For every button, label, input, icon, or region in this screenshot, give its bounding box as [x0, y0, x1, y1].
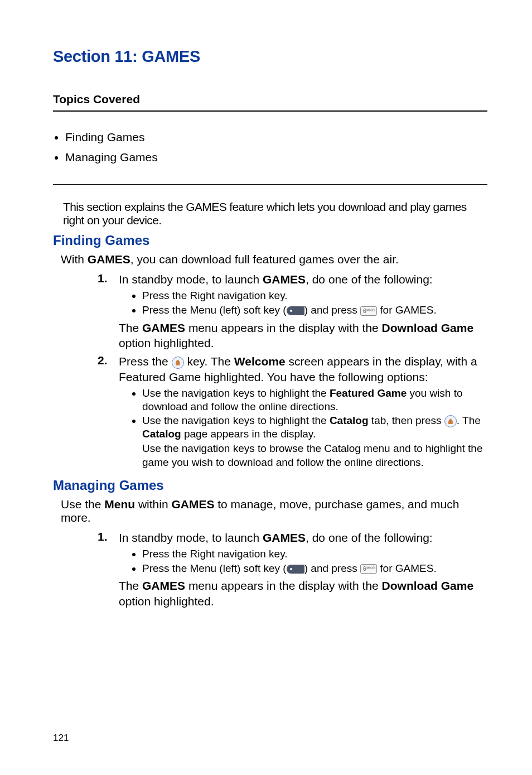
text: option highlighted. [119, 336, 214, 349]
text: The [119, 579, 142, 592]
text: Press the Menu (left) soft key ( [142, 562, 287, 574]
sublist-item: Press the Menu (left) soft key () and pr… [142, 562, 487, 576]
managing-games-heading: Managing Games [53, 478, 487, 493]
key-6-icon: 6ᴹᴺᴼ [360, 306, 377, 316]
text: page appears in the display. [181, 428, 316, 440]
text: menu appears in the display with the [185, 579, 382, 592]
sublist-item: Press the Right navigation key. [142, 547, 487, 562]
text: option highlighted. [119, 595, 214, 608]
text: menu appears in the display with the [185, 321, 382, 334]
step-number: 2. [98, 354, 119, 473]
sublist-item: Use the navigation keys to highlight the… [142, 387, 487, 415]
text: , do one of the following: [306, 273, 433, 286]
text-bold: Menu [104, 498, 135, 511]
text: Use the navigation keys to highlight the [142, 387, 330, 399]
finding-steps: 1. In standby mode, to launch GAMES, do … [98, 272, 487, 473]
section-title: Section 11: GAMES [53, 47, 487, 66]
softkey-icon [287, 306, 304, 315]
horizontal-rule [53, 110, 487, 112]
text-bold: GAMES [88, 253, 130, 266]
text: , do one of the following: [306, 531, 433, 544]
text: ) and press [304, 562, 360, 574]
text: for GAMES. [377, 562, 437, 574]
sublist-continuation: Use the navigation keys to browse the Ca… [142, 442, 487, 469]
text: Press the Menu (left) soft key ( [142, 304, 287, 316]
topics-covered-heading: Topics Covered [53, 93, 487, 106]
text: key. The [184, 355, 234, 368]
text-bold: GAMES [142, 321, 185, 334]
text: tab, then press [369, 415, 444, 426]
text: Use the navigation keys to highlight the [142, 415, 330, 426]
managing-steps: 1. In standby mode, to launch GAMES, do … [98, 530, 487, 609]
text-bold: Welcome [234, 355, 286, 368]
step1-sublist: Press the Right navigation key. Press th… [119, 289, 487, 318]
text-bold: GAMES [171, 498, 214, 511]
text: . The [457, 415, 481, 426]
text: The [119, 321, 142, 334]
ok-key-icon [172, 357, 184, 369]
topics-list: Finding Games Managing Games [53, 127, 487, 167]
sublist-item: Use the navigation keys to highlight the… [142, 414, 487, 470]
text-bold: Download Game [382, 579, 474, 592]
text-bold: Download Game [382, 321, 474, 334]
text: , you can download full featured games o… [130, 253, 399, 266]
sublist-item: Press the Menu (left) soft key () and pr… [142, 304, 487, 318]
softkey-icon [287, 565, 304, 574]
horizontal-rule [53, 184, 487, 185]
step-1: 1. In standby mode, to launch GAMES, do … [98, 272, 487, 350]
text: In standby mode, to launch [119, 531, 263, 544]
text: within [135, 498, 171, 511]
text: Press the [119, 355, 172, 368]
text-bold: Catalog [142, 428, 181, 440]
finding-lead: With GAMES, you can download full featur… [61, 253, 487, 266]
step-1: 1. In standby mode, to launch GAMES, do … [98, 530, 487, 609]
step-number: 1. [98, 530, 119, 609]
text: for GAMES. [377, 304, 437, 316]
text-bold: Featured Game [330, 387, 407, 399]
text: With [61, 253, 88, 266]
step-2: 2. Press the key. The Welcome screen app… [98, 354, 487, 473]
ok-key-icon [444, 415, 457, 427]
text: ) and press [304, 304, 360, 316]
text-bold: GAMES [263, 531, 306, 544]
managing-step1-sublist: Press the Right navigation key. Press th… [119, 547, 487, 576]
text-bold: GAMES [263, 273, 306, 286]
step-number: 1. [98, 272, 119, 350]
intro-paragraph: This section explains the GAMES feature … [63, 200, 477, 227]
text-bold: Catalog [330, 415, 369, 426]
managing-lead: Use the Menu within GAMES to manage, mov… [61, 498, 487, 524]
step2-sublist: Use the navigation keys to highlight the… [119, 387, 487, 471]
topics-item: Finding Games [65, 127, 487, 147]
text-bold: GAMES [142, 579, 185, 592]
page-number: 121 [53, 733, 69, 744]
text: In standby mode, to launch [119, 273, 263, 286]
sublist-item: Press the Right navigation key. [142, 289, 487, 304]
text: Use the [61, 498, 104, 511]
key-6-icon: 6ᴹᴺᴼ [360, 564, 377, 574]
topics-item: Managing Games [65, 147, 487, 167]
finding-games-heading: Finding Games [53, 233, 487, 248]
